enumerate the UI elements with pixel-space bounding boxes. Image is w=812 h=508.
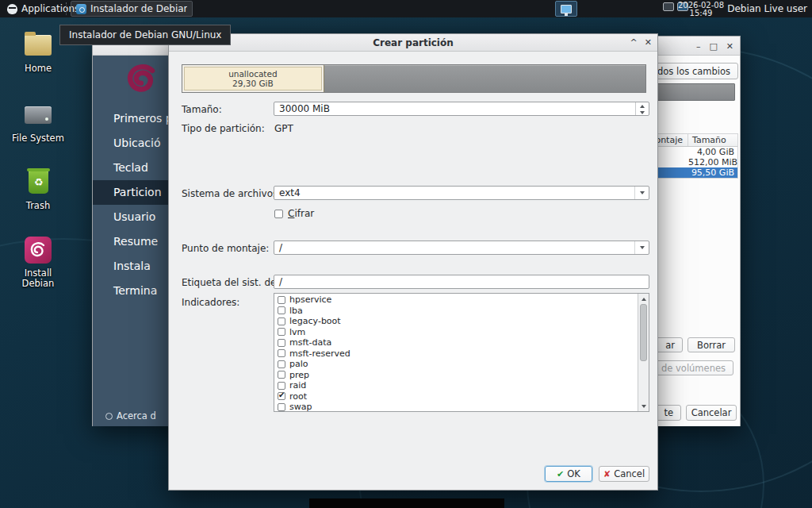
home-folder-icon	[23, 30, 53, 59]
flag-name: palo	[289, 359, 308, 369]
desktop-icon-filesystem[interactable]: File System	[8, 100, 68, 144]
encrypt-label: Cifrar	[288, 208, 314, 219]
clock[interactable]: 2026-02-08 15:49	[676, 1, 726, 17]
flag-name: prep	[289, 370, 309, 380]
fs-label-value: /	[279, 276, 282, 287]
flags-scrollbar[interactable]	[638, 294, 649, 411]
flag-row[interactable]: swap	[274, 402, 638, 411]
flag-row[interactable]: msft-data	[274, 337, 638, 348]
close-icon[interactable]: ✕	[645, 34, 652, 52]
flag-row[interactable]: msft-reserved	[274, 348, 638, 360]
drive-icon	[23, 100, 53, 129]
desktop-icon-install-debian[interactable]: Install Debian	[8, 235, 68, 289]
shade-icon[interactable]: ^	[630, 34, 638, 52]
debian-logo	[117, 56, 167, 110]
flag-checkbox[interactable]	[278, 371, 285, 379]
flag-row[interactable]: lba	[274, 306, 638, 317]
flag-row[interactable]: legacy-boot	[274, 316, 638, 327]
spin-down-icon[interactable]	[636, 110, 649, 117]
desktop: Home File System ♻ Trash Install Debian …	[0, 0, 812, 508]
ok-button[interactable]: ✔ OK	[545, 466, 592, 482]
ok-label: OK	[567, 468, 580, 479]
dialog-titlebar[interactable]: Crear partición ^ ✕	[169, 34, 657, 52]
installer-cancel-button[interactable]: Cancelar	[686, 405, 737, 421]
size-label: Tamaño:	[182, 104, 222, 115]
mountpoint-combobox[interactable]: /	[274, 241, 649, 255]
display-icon	[561, 5, 572, 13]
cross-icon: ✘	[603, 469, 611, 479]
flag-checkbox[interactable]	[278, 360, 285, 368]
flag-row[interactable]: prep	[274, 370, 638, 381]
flag-name: raid	[289, 380, 306, 391]
flag-row[interactable]: palo	[274, 359, 638, 370]
flag-checkbox[interactable]	[278, 403, 285, 411]
partition-size: 512,00 MiB	[688, 157, 737, 167]
unallocated-segment[interactable]: unallocated 29,30 GiB	[182, 65, 324, 92]
encrypt-checkbox[interactable]	[274, 210, 283, 218]
flag-checkbox[interactable]	[278, 392, 285, 400]
size-value: 30000 MiB	[279, 103, 330, 114]
desktop-icon-label: File System	[8, 133, 68, 144]
flag-name: msft-data	[289, 337, 331, 348]
filesystem-combobox[interactable]: ext4	[274, 186, 649, 200]
fs-label-input[interactable]: /	[274, 275, 649, 289]
sidebar-item-label: Particion	[113, 186, 162, 198]
active-display-tray-button[interactable]	[555, 1, 577, 17]
flag-row[interactable]: raid	[274, 380, 638, 391]
create-partition-dialog: Crear partición ^ ✕ unallocated 29,30 Gi…	[168, 33, 658, 491]
about-button[interactable]: Acerca d	[105, 410, 156, 421]
delete-button[interactable]: Borrar	[688, 337, 735, 352]
close-icon[interactable]: ✕	[726, 41, 733, 52]
spin-up-icon[interactable]	[636, 102, 649, 110]
flag-name: lvm	[289, 327, 305, 337]
taskbar-tooltip: Instalador de Debian GNU/Linux	[59, 25, 231, 45]
spin-buttons[interactable]	[635, 102, 649, 115]
remaining-segment[interactable]	[324, 65, 645, 92]
cancel-label: Cancel	[614, 468, 645, 479]
scroll-down-icon[interactable]	[638, 402, 649, 411]
filesystem-label: Sistema de archivos:	[182, 188, 281, 199]
maximize-icon[interactable]: □	[709, 41, 717, 52]
installer-window-icon	[76, 4, 86, 14]
size-spinbox[interactable]: 30000 MiB	[274, 102, 649, 116]
sidebar-item-label: Usuario	[113, 210, 155, 223]
sidebar-item-label: Primeros p	[113, 112, 173, 125]
dialog-title: Crear partición	[373, 37, 454, 48]
chevron-down-icon[interactable]	[634, 187, 649, 199]
flags-label: Indicadores:	[182, 297, 239, 308]
column-size[interactable]: Tamaño	[688, 134, 737, 146]
taskbar-window-button[interactable]: Instalador de Debian GN...	[71, 1, 193, 17]
partition-size: 95,50 GiB	[688, 167, 737, 178]
minimize-icon[interactable]: –	[696, 41, 701, 52]
flag-name: swap	[289, 402, 312, 411]
flag-row[interactable]: root	[274, 391, 638, 402]
segment-label: unallocated	[228, 69, 277, 79]
session-user-label: Debian Live user	[727, 0, 807, 17]
flag-checkbox[interactable]	[278, 349, 285, 357]
bottom-window-strip	[309, 498, 504, 508]
new-partition-bar: unallocated 29,30 GiB	[182, 64, 646, 93]
systray-display-icon[interactable]	[663, 2, 674, 11]
desktop-icon-label: Install Debian	[8, 268, 68, 289]
flag-name: legacy-boot	[289, 316, 341, 326]
flag-checkbox[interactable]	[278, 382, 285, 390]
flag-checkbox[interactable]	[278, 339, 285, 347]
flag-checkbox[interactable]	[278, 318, 285, 325]
chevron-down-icon[interactable]	[634, 241, 649, 254]
scroll-up-icon[interactable]	[638, 294, 649, 303]
segment-size: 29,30 GiB	[232, 79, 274, 88]
cancel-button[interactable]: ✘ Cancel	[599, 466, 649, 482]
encrypt-checkbox-row[interactable]: Cifrar	[274, 208, 314, 219]
sidebar-item-label: Instala	[113, 260, 151, 272]
sidebar-item-label: Resume	[113, 235, 158, 248]
scrollbar-thumb[interactable]	[640, 304, 647, 361]
flag-row[interactable]: lvm	[274, 327, 638, 338]
flag-row[interactable]: hpservice	[274, 294, 638, 306]
mountpoint-value: /	[279, 242, 282, 253]
flags-list: hpservice lba legacy-boot lvm msft-data …	[274, 293, 649, 412]
desktop-icon-trash[interactable]: ♻ Trash	[8, 167, 68, 211]
flag-checkbox[interactable]	[278, 296, 285, 304]
flag-name: root	[289, 391, 307, 402]
flag-checkbox[interactable]	[278, 328, 285, 336]
flag-checkbox[interactable]	[278, 306, 285, 314]
